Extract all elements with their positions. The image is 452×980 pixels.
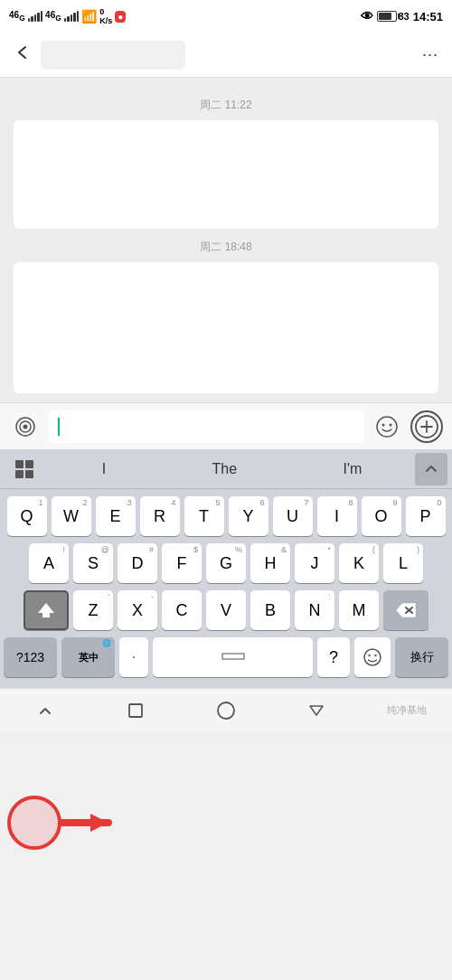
pred-word-1[interactable]: I <box>93 457 115 481</box>
pred-word-3[interactable]: I'm <box>334 457 371 481</box>
eye-icon: 👁 <box>361 9 373 24</box>
key-S[interactable]: @S <box>73 543 113 583</box>
keyboard-row-1: 1Q 2W 3E 4R 5T 6Y 7U 8I 9O 0P <box>4 496 448 536</box>
emoji-button[interactable] <box>371 410 403 443</box>
shift-key[interactable] <box>24 590 69 630</box>
key-W[interactable]: 2W <box>52 496 91 536</box>
svg-rect-16 <box>129 704 142 717</box>
carrier2-text: 46G <box>45 10 61 23</box>
message-bubble-2 <box>14 262 438 393</box>
key-I[interactable]: 8I <box>317 496 357 536</box>
space-key[interactable] <box>153 637 313 677</box>
messages-area: 周二 11:22 周二 18:48 <box>0 78 452 402</box>
keyboard-row-2: !A @S #D $F %G &H *J (K )L <box>4 543 448 583</box>
key-L[interactable]: )L <box>383 543 423 583</box>
text-input[interactable] <box>49 410 363 443</box>
input-bar <box>0 402 452 449</box>
key-G[interactable]: %G <box>206 543 246 583</box>
nav-back-button[interactable] <box>24 689 67 732</box>
key-D[interactable]: #D <box>118 543 157 583</box>
svg-point-2 <box>24 424 28 429</box>
key-M[interactable]: M <box>339 590 379 630</box>
key-N[interactable]: :N <box>295 590 334 630</box>
delete-key[interactable] <box>383 590 428 630</box>
svg-point-13 <box>364 649 381 665</box>
key-F[interactable]: $F <box>162 543 202 583</box>
signal-bars-2 <box>64 11 80 22</box>
key-X[interactable]: -X <box>118 590 157 630</box>
key-V[interactable]: V <box>206 590 246 630</box>
plus-button[interactable] <box>410 410 443 443</box>
key-H[interactable]: &H <box>250 543 290 583</box>
key-A[interactable]: !A <box>29 543 69 583</box>
battery-percent: 83 <box>399 11 410 22</box>
predictive-words: I The I'm <box>49 457 415 481</box>
nav-title <box>41 41 185 70</box>
svg-marker-9 <box>38 603 54 617</box>
timestamp-2: 周二 18:48 <box>0 240 452 255</box>
cursor <box>58 418 60 436</box>
key-P[interactable]: 0P <box>406 496 446 536</box>
key-T[interactable]: 5T <box>184 496 224 536</box>
key-U[interactable]: 7U <box>273 496 313 536</box>
more-button[interactable]: ··· <box>422 45 438 64</box>
key-R[interactable]: 4R <box>140 496 180 536</box>
keyboard-emoji-key[interactable] <box>354 637 391 677</box>
nav-circle-button[interactable] <box>204 689 248 732</box>
nav-home-button[interactable] <box>114 689 157 732</box>
apps-button[interactable] <box>5 453 44 485</box>
svg-point-18 <box>9 797 60 848</box>
status-left: 46G 46G 📶 0K/s ● <box>9 7 126 25</box>
app-icon: ● <box>115 11 126 23</box>
nav-bar: ··· <box>0 33 452 78</box>
timestamp-1: 周二 11:22 <box>0 98 452 113</box>
svg-point-14 <box>368 655 370 656</box>
keyboard-row-4: ?123 英中 🌐 · ? 换行 <box>4 637 448 677</box>
keyboard: 1Q 2W 3E 4R 5T 6Y 7U 8I 9O 0P !A @S #D $… <box>0 489 452 688</box>
svg-marker-19 <box>90 814 108 832</box>
pred-word-2[interactable]: The <box>203 457 247 481</box>
key-Z[interactable]: 'Z <box>73 590 113 630</box>
key-E[interactable]: 3E <box>96 496 136 536</box>
watermark: 纯净基地 <box>385 689 428 732</box>
back-button[interactable] <box>14 43 32 67</box>
svg-point-4 <box>382 423 385 426</box>
lang-key[interactable]: 英中 🌐 <box>61 637 115 677</box>
bottom-nav: 纯净基地 <box>0 688 452 731</box>
svg-point-15 <box>374 655 376 656</box>
clock: 14:51 <box>413 10 443 24</box>
key-O[interactable]: 9O <box>362 496 401 536</box>
nav-triangle-button[interactable] <box>295 689 338 732</box>
carrier-text: 46G <box>9 10 25 23</box>
key-J[interactable]: *J <box>295 543 334 583</box>
key-B[interactable]: B <box>250 590 290 630</box>
question-key[interactable]: ? <box>317 637 350 677</box>
status-bar: 46G 46G 📶 0K/s ● 👁 <box>0 0 452 33</box>
enter-key[interactable]: 换行 <box>395 637 448 677</box>
key-K[interactable]: (K <box>339 543 379 583</box>
svg-point-17 <box>218 702 234 719</box>
data-speed: 0K/s <box>99 7 112 25</box>
period-key[interactable]: · <box>119 637 148 677</box>
keyboard-row-3: 'Z -X C V B :N M <box>4 590 448 630</box>
message-bubble-1 <box>14 120 438 229</box>
battery: 83 <box>377 11 410 22</box>
svg-point-5 <box>390 423 392 426</box>
svg-point-3 <box>377 417 397 437</box>
red-arrow-overlay <box>0 796 145 850</box>
signal-bars-1 <box>28 11 43 22</box>
hide-predictions-button[interactable] <box>415 453 447 485</box>
wifi-icon: 📶 <box>81 9 97 24</box>
key-C[interactable]: C <box>162 590 202 630</box>
predictive-bar: I The I'm <box>0 449 452 489</box>
num-key[interactable]: ?123 <box>4 637 57 677</box>
status-right: 👁 83 14:51 <box>361 9 444 24</box>
key-Q[interactable]: 1Q <box>7 496 47 536</box>
voice-button[interactable] <box>9 410 42 443</box>
key-Y[interactable]: 6Y <box>229 496 268 536</box>
